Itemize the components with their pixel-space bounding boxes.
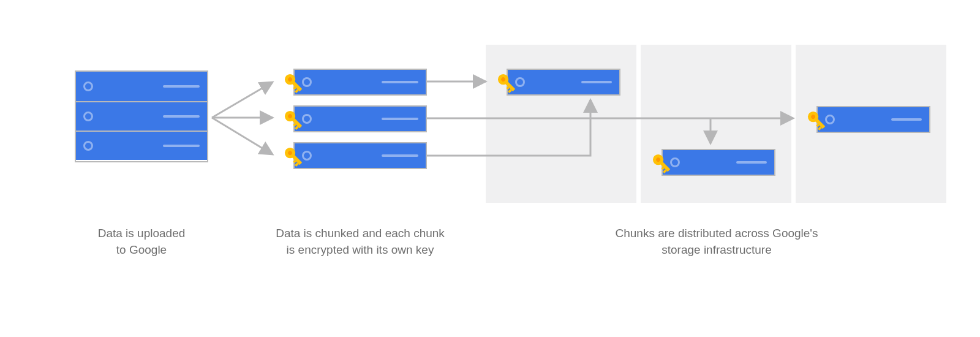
drive-led-icon (83, 81, 93, 91)
distributed-chunk (507, 69, 620, 96)
encrypted-chunk (293, 105, 427, 132)
drive-led-icon (83, 141, 93, 151)
server-drive-row (76, 72, 207, 101)
key-icon (279, 142, 307, 170)
drive-slot-line (382, 154, 418, 157)
caption-upload: Data is uploaded to Google (75, 225, 208, 258)
storage-region-2 (641, 45, 791, 203)
svg-line-2 (212, 118, 273, 154)
encrypted-chunk (293, 142, 427, 169)
key-icon (492, 69, 521, 97)
distributed-chunk (816, 106, 930, 133)
server-drive-row (76, 131, 207, 160)
drive-slot-line (581, 81, 612, 83)
caption-distributed: Chunks are distributed across Google's s… (545, 225, 888, 258)
source-server (75, 70, 208, 162)
drive-slot-line (382, 81, 418, 83)
server-drive-row (76, 101, 207, 131)
key-icon (279, 69, 307, 97)
drive-slot-line (736, 161, 767, 164)
drive-slot-line (163, 85, 200, 88)
distributed-chunk (662, 149, 775, 176)
encryption-diagram: Data is uploaded to Google Data is chunk… (0, 0, 980, 337)
key-icon (647, 149, 676, 177)
drive-slot-line (382, 118, 418, 120)
key-icon (802, 106, 831, 134)
drive-slot-line (891, 118, 922, 121)
drive-led-icon (83, 112, 93, 121)
drive-slot-line (163, 145, 200, 147)
key-icon (279, 105, 307, 134)
drive-slot-line (163, 115, 200, 118)
caption-chunked: Data is chunked and each chunk is encryp… (270, 225, 451, 258)
encrypted-chunk (293, 69, 427, 96)
svg-line-0 (212, 82, 273, 118)
